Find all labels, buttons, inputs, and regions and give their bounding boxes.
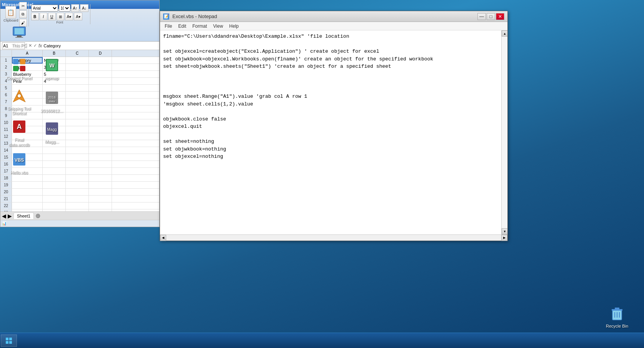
desktop-icon-this-pc[interactable]: This PC	[4, 23, 35, 48]
cell-r19-c3[interactable]	[89, 182, 112, 188]
fill-color-button[interactable]: A▾	[65, 13, 73, 20]
cell-r9-c2[interactable]	[66, 112, 89, 119]
cell-r16-c2[interactable]	[66, 161, 89, 167]
scroll-left-button[interactable]: ◀	[160, 235, 166, 241]
cell-r9-c3[interactable]	[89, 112, 112, 119]
cell-r20-c3[interactable]	[89, 189, 112, 195]
menu-file[interactable]: File	[162, 23, 175, 30]
desktop-icon-snipping-tool[interactable]: Snipping Tool Shortcut	[4, 87, 35, 116]
font-family-select[interactable]: Arial	[31, 5, 58, 12]
scroll-left-sheets[interactable]: ◀	[2, 213, 6, 219]
copy-button[interactable]: ⧉	[19, 10, 27, 18]
cell-r17-c1[interactable]	[43, 168, 66, 174]
sheet1-tab[interactable]: Sheet1	[13, 212, 34, 219]
decrease-font-button[interactable]: A↓	[80, 4, 88, 12]
desktop-icon-final-accdb[interactable]: A Final data.accdb	[4, 117, 35, 147]
scroll-down-button[interactable]: ▼	[502, 228, 507, 234]
vertical-scrollbar[interactable]: ▲ ▼	[501, 30, 507, 234]
italic-button[interactable]: I	[40, 13, 47, 20]
cell-r21-c2[interactable]	[66, 196, 89, 202]
taskbar-start[interactable]	[1, 335, 17, 347]
cell-r19-c2[interactable]	[66, 182, 89, 188]
increase-font-button[interactable]: A↑	[71, 4, 80, 12]
cell-r17-c2[interactable]	[66, 168, 89, 174]
menu-help[interactable]: Help	[226, 23, 242, 30]
paste-button[interactable]: 📋	[5, 6, 16, 18]
cell-r8-c3[interactable]	[89, 105, 112, 112]
cell-r16-c1[interactable]	[43, 161, 66, 167]
cell-r6-c3[interactable]	[89, 92, 112, 98]
maximize-button[interactable]: □	[487, 13, 495, 20]
cell-r10-c3[interactable]	[89, 119, 112, 126]
cell-r21-c1[interactable]	[43, 196, 66, 202]
desktop-icon-magg[interactable]: Magg Magg...	[37, 119, 67, 144]
font-size-select[interactable]: 10	[59, 5, 70, 12]
cell-r12-c3[interactable]	[89, 133, 112, 140]
cell-r22-c2[interactable]	[66, 202, 89, 209]
horizontal-scrollbar[interactable]: ◀ ▶	[160, 234, 507, 241]
cell-r12-c2[interactable]	[66, 133, 89, 140]
cell-r1-c3[interactable]	[89, 57, 112, 64]
cell-r20-c0[interactable]	[12, 189, 43, 195]
cell-r4-c3[interactable]	[89, 78, 112, 84]
menu-view[interactable]: View	[210, 23, 226, 30]
desktop-icon-recycle-bin[interactable]: Recycle Bin	[602, 304, 632, 329]
desktop-icon-hello-vbs[interactable]: VBS Hello.vbs	[4, 150, 35, 175]
desktop-icon-control-panel[interactable]: Control Panel	[4, 56, 35, 81]
cell-r6-c2[interactable]	[66, 92, 89, 98]
minimize-button[interactable]: —	[477, 13, 486, 20]
cell-r7-c2[interactable]	[66, 99, 89, 105]
cell-r21-c3[interactable]	[89, 196, 112, 202]
cell-r8-c2[interactable]	[66, 105, 89, 112]
add-sheet-button[interactable]: ⊕	[35, 212, 40, 219]
bold-button[interactable]: B	[31, 13, 39, 20]
cell-r19-c1[interactable]	[43, 182, 66, 188]
cell-r17-c3[interactable]	[89, 168, 112, 174]
cell-r15-c2[interactable]	[66, 154, 89, 161]
scroll-right-button[interactable]: ▶	[501, 235, 507, 241]
cell-r20-c2[interactable]	[66, 189, 89, 195]
cell-r14-c3[interactable]	[89, 147, 112, 154]
cell-r3-c2[interactable]	[66, 71, 89, 77]
cell-r22-c0[interactable]	[12, 202, 43, 209]
cell-r7-c3[interactable]	[89, 99, 112, 105]
col-c-header[interactable]: C	[66, 50, 89, 57]
cell-r4-c2[interactable]	[66, 78, 89, 84]
cell-r2-c3[interactable]	[89, 64, 112, 70]
cell-r14-c1[interactable]	[43, 147, 66, 154]
scroll-up-button[interactable]: ▲	[502, 30, 507, 37]
desktop-icon-wpmap[interactable]: W wpmap	[37, 56, 67, 81]
cell-r20-c1[interactable]	[43, 189, 66, 195]
desktop-icon-2016data[interactable]: 2016 data 20160812...	[37, 89, 67, 114]
cell-r21-c0[interactable]	[12, 196, 43, 202]
cell-r11-c2[interactable]	[66, 126, 89, 133]
cell-r14-c2[interactable]	[66, 147, 89, 154]
cell-r18-c3[interactable]	[89, 175, 112, 181]
menu-format[interactable]: Format	[189, 23, 210, 30]
cell-r16-c3[interactable]	[89, 161, 112, 167]
cell-r1-c2[interactable]	[66, 57, 89, 64]
scroll-right-sheets[interactable]: ▶	[8, 213, 12, 219]
col-d-header[interactable]: D	[89, 50, 112, 57]
cell-r11-c3[interactable]	[89, 126, 112, 133]
cell-r19-c0[interactable]	[12, 182, 43, 188]
notepad-textarea[interactable]	[160, 30, 501, 234]
cell-r5-c3[interactable]	[89, 85, 112, 91]
cell-r22-c1[interactable]	[43, 202, 66, 209]
font-color-button[interactable]: A▾	[74, 13, 82, 20]
close-button[interactable]: ✕	[496, 13, 504, 20]
menu-edit[interactable]: Edit	[175, 23, 189, 30]
cut-button[interactable]: ✂	[19, 2, 27, 10]
cell-r5-c2[interactable]	[66, 85, 89, 91]
cell-r2-c2[interactable]	[66, 64, 89, 70]
cell-r15-c1[interactable]	[43, 154, 66, 161]
border-button[interactable]: ⊞	[57, 13, 64, 20]
cell-r13-c3[interactable]	[89, 140, 112, 147]
cell-r13-c2[interactable]	[66, 140, 89, 147]
cell-r18-c2[interactable]	[66, 175, 89, 181]
cell-r18-c0[interactable]	[12, 175, 43, 181]
cell-r3-c3[interactable]	[89, 71, 112, 77]
cell-r10-c2[interactable]	[66, 119, 89, 126]
cell-r22-c3[interactable]	[89, 202, 112, 209]
underline-button[interactable]: U	[48, 13, 56, 20]
